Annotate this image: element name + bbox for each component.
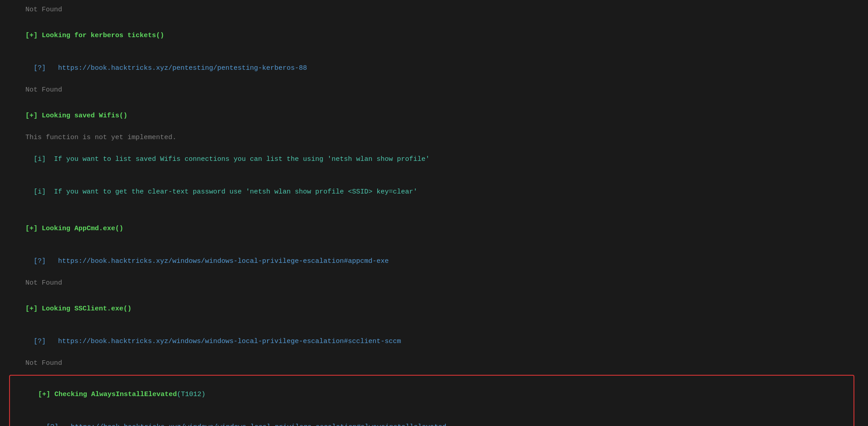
appcmd-link-text: [?] https://book.hacktricks.xyz/windows/… [25,257,389,265]
wifis-info1-text: [i] If you want to list saved Wifis conn… [25,155,429,163]
spacer-2 [9,96,859,100]
ssclient-notfound: Not Found [9,358,859,369]
aie-tag: (T1012) [177,391,205,398]
not-found-1: Not Found [9,5,859,15]
kerberos-header-text: [+] Looking for kerberos tickets() [25,32,164,39]
appcmd-link-line: [?] https://book.hacktricks.xyz/windows/… [9,245,859,278]
appcmd-header-text: [+] Looking AppCmd.exe() [25,225,123,232]
wifis-info2: [i] If you want to get the clear-text pa… [9,176,859,208]
alwaysinstallelevated-section: [+] Checking AlwaysInstallElevated(T1012… [9,375,854,426]
spacer-3 [9,208,859,213]
aie-name: AlwaysInstallElevated [91,391,177,398]
ssclient-link-text: [?] https://book.hacktricks.xyz/windows/… [25,338,401,345]
spacer-5 [9,369,859,373]
terminal-window: Not Found [+] Looking for kerberos ticke… [9,5,859,426]
aie-header-line: [+] Checking AlwaysInstallElevated(T1012… [14,378,850,411]
appcmd-header: [+] Looking AppCmd.exe() [9,213,859,245]
aie-link-line: [?] https://book.hacktricks.xyz/windows/… [14,411,850,426]
aie-prefix: [+] Checking [38,391,91,398]
aie-link: [?] https://book.hacktricks.xyz/windows/… [38,423,446,426]
ssclient-link-line: [?] https://book.hacktricks.xyz/windows/… [9,325,859,358]
wifis-info1: [i] If you want to list saved Wifis conn… [9,143,859,176]
kerberos-header: [+] Looking for kerberos tickets() [9,19,859,52]
ssclient-header-text: [+] Looking SSClient.exe() [25,305,132,313]
appcmd-notfound: Not Found [9,278,859,289]
wifis-info2-text: [i] If you want to get the clear-text pa… [25,188,417,196]
wifis-header-text: [+] Looking saved Wifis() [25,112,127,120]
ssclient-header: [+] Looking SSClient.exe() [9,293,859,325]
spacer-1 [9,15,859,19]
wifis-header: [+] Looking saved Wifis() [9,100,859,132]
kerberos-notfound: Not Found [9,85,859,96]
wifis-impl: This function is not yet implemented. [9,132,859,143]
kerberos-link-text: [?] https://book.hacktricks.xyz/pentesti… [25,64,307,72]
spacer-4 [9,289,859,293]
kerberos-link-line: [?] https://book.hacktricks.xyz/pentesti… [9,52,859,85]
